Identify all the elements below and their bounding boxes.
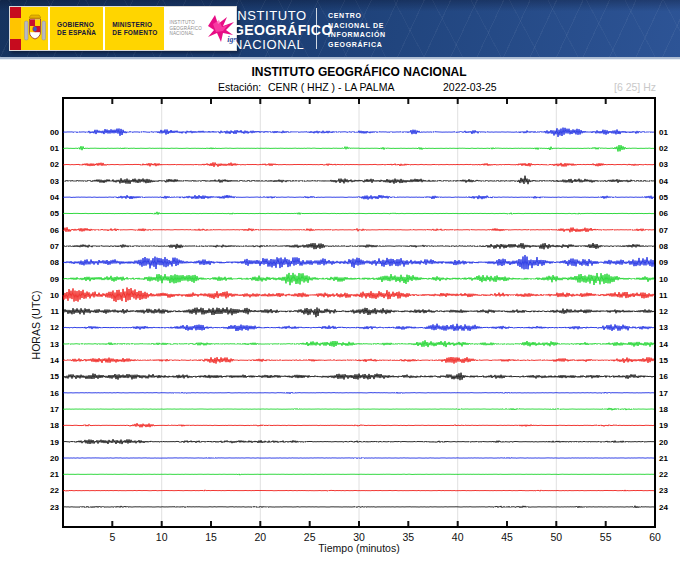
helicorder-svg: HORAS (UTC) Tiempo (minutos) 51015202530… [0, 95, 680, 563]
hour-label-left-17: 17 [50, 405, 59, 414]
ministerio-line2: DE FOMENTO [112, 29, 157, 37]
gobierno-line1: GOBIERNO [57, 21, 96, 29]
gobierno-line2: DE ESPAÑA [57, 29, 96, 37]
government-banner[interactable]: GOBIERNO DE ESPAÑA MINISTERIO DE FOMENTO… [9, 6, 237, 51]
institute-line1: INSTITUTO [233, 9, 333, 23]
hour-label-right-13: 13 [659, 323, 668, 332]
x-tick-label: 25 [304, 531, 316, 543]
cnig-line1: CENTRO [328, 11, 386, 21]
ign-small-text: INSTITUTO GEOGRÁFICO NACIONAL [169, 20, 202, 37]
hour-label-right-23: 23 [659, 486, 668, 495]
hour-label-left-05: 05 [50, 209, 59, 218]
station-label: Estación: [218, 81, 261, 93]
x-tick-label: 15 [205, 531, 217, 543]
hour-label-right-05: 05 [659, 193, 668, 202]
hour-label-left-10: 10 [50, 291, 59, 300]
coat-of-arms-icon [24, 12, 46, 46]
hour-label-left-08: 08 [50, 258, 59, 267]
hour-label-left-19: 19 [50, 438, 59, 447]
hour-label-right-19: 19 [659, 421, 668, 430]
hour-label-right-06: 06 [659, 209, 668, 218]
institute-line2: GEOGRÁFICO [233, 23, 333, 38]
hour-label-left-22: 22 [50, 486, 59, 495]
x-tick-label: 5 [109, 531, 115, 543]
x-tick-label: 35 [402, 531, 414, 543]
hour-label-left-13: 13 [50, 340, 59, 349]
ministerio-cell: MINISTERIO DE FOMENTO [103, 7, 164, 50]
ministerio-line1: MINISTERIO [112, 21, 157, 29]
institute-line3: NACIONAL [233, 38, 333, 52]
hour-label-right-14: 14 [659, 340, 668, 349]
station-value: CENR ( HHZ ) - LA PALMA [268, 81, 394, 93]
hour-label-right-08: 08 [659, 242, 668, 251]
x-tick-label: 20 [254, 531, 266, 543]
frequency-band-value: [6 25] Hz [594, 81, 656, 93]
hour-label-right-01: 01 [659, 128, 668, 137]
hour-label-left-23: 23 [50, 503, 59, 512]
hour-label-left-12: 12 [50, 323, 59, 332]
x-tick-label: 50 [550, 531, 562, 543]
hour-label-left-07: 07 [50, 242, 59, 251]
x-tick-label: 10 [156, 531, 168, 543]
hour-label-right-12: 12 [659, 307, 668, 316]
hour-label-right-03: 03 [659, 160, 668, 169]
hour-label-right-10: 10 [659, 275, 668, 284]
seismogram-page: GOBIERNO DE ESPAÑA MINISTERIO DE FOMENTO… [0, 0, 680, 563]
hour-label-left-04: 04 [50, 193, 59, 202]
hour-label-right-21: 21 [659, 454, 668, 463]
cnig-line4: GEOGRÁFICA [328, 40, 386, 50]
hour-label-right-07: 07 [659, 226, 668, 235]
hour-label-right-20: 20 [659, 438, 668, 447]
x-tick-label: 55 [600, 531, 612, 543]
ign-header-bar: GOBIERNO DE ESPAÑA MINISTERIO DE FOMENTO… [0, 0, 680, 57]
station-info-row: Estación: CENR ( HHZ ) - LA PALMA 2022-0… [0, 81, 680, 95]
hour-label-right-15: 15 [659, 356, 668, 365]
hour-label-left-02: 02 [50, 160, 59, 169]
x-axis-label: Tiempo (minutos) [318, 542, 399, 554]
hour-label-right-16: 16 [659, 372, 668, 381]
cnig-name-block[interactable]: CENTRO NACIONAL DE INFORMACIÓN GEOGRÁFIC… [328, 11, 386, 49]
page-title: INSTITUTO GEOGRÁFICO NACIONAL [63, 65, 655, 79]
hour-label-left-06: 06 [50, 226, 59, 235]
hour-label-left-03: 03 [50, 177, 59, 186]
x-tick-label: 30 [353, 531, 365, 543]
coat-of-arms-cell [21, 7, 48, 50]
trace-20 [63, 457, 654, 458]
hour-label-right-18: 18 [659, 405, 668, 414]
x-tick-label: 40 [452, 531, 464, 543]
hour-label-left-11: 11 [51, 307, 60, 316]
hour-label-left-21: 21 [50, 470, 59, 479]
hour-label-left-09: 09 [50, 275, 59, 284]
hour-label-left-16: 16 [50, 389, 59, 398]
hour-label-left-00: 00 [50, 128, 59, 137]
hour-label-right-24: 24 [659, 503, 668, 512]
hour-label-right-17: 17 [659, 389, 668, 398]
hour-label-right-02: 02 [659, 144, 668, 153]
header-divider [316, 8, 317, 49]
hour-label-left-01: 01 [50, 144, 59, 153]
cnig-line2: NACIONAL DE [328, 21, 386, 31]
helicorder-chart: HORAS (UTC) Tiempo (minutos) 51015202530… [0, 95, 680, 563]
header-separator [0, 57, 680, 60]
hour-label-right-04: 04 [659, 177, 668, 186]
hour-label-left-15: 15 [50, 372, 59, 381]
x-tick-label: 60 [649, 531, 661, 543]
hour-label-left-20: 20 [50, 454, 59, 463]
cnig-line3: INFORMACIÓN [328, 30, 386, 40]
y-axis-label: HORAS (UTC) [30, 291, 42, 360]
x-tick-label: 45 [501, 531, 513, 543]
hour-label-right-09: 09 [659, 258, 668, 267]
hour-label-right-11: 11 [659, 291, 668, 300]
institute-name-block[interactable]: INSTITUTO GEOGRÁFICO NACIONAL [233, 9, 333, 52]
hour-label-right-22: 22 [659, 470, 668, 479]
spain-flag-icon [10, 7, 21, 50]
ign-logo-cell: INSTITUTO GEOGRÁFICO NACIONAL ign [164, 7, 236, 50]
gobierno-cell: GOBIERNO DE ESPAÑA [48, 7, 103, 50]
hour-label-left-14: 14 [50, 356, 59, 365]
hour-label-left-18: 18 [50, 421, 59, 430]
date-value: 2022-03-25 [443, 81, 497, 93]
